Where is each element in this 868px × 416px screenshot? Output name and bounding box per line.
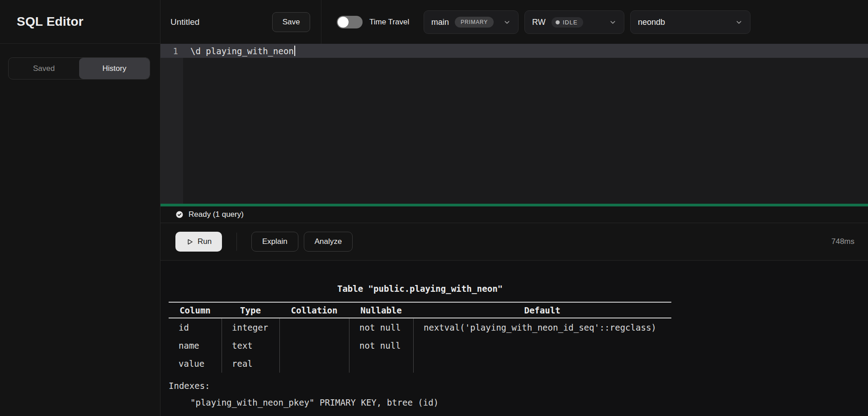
table-cell — [279, 337, 349, 355]
run-button-label: Run — [198, 237, 212, 246]
line-number: 1 — [160, 46, 183, 56]
explain-button[interactable]: Explain — [251, 232, 298, 252]
time-travel-label: Time Travel — [369, 0, 409, 44]
branch-name: main — [431, 18, 449, 27]
table-cell: value — [169, 355, 222, 373]
table-cell: text — [222, 337, 279, 355]
table-cell: not null — [349, 337, 413, 355]
column-header: Collation — [279, 305, 349, 315]
check-circle-icon — [175, 210, 184, 219]
toggle-knob-icon — [338, 17, 349, 28]
psql-output: Table "public.playing_with_neon" Column … — [169, 261, 671, 408]
compute-dropdown[interactable]: RW IDLE — [524, 10, 624, 34]
page-title: SQL Editor — [17, 14, 84, 29]
table-cell — [413, 337, 671, 355]
run-button[interactable]: Run — [175, 232, 222, 252]
table-cell: nextval('playing_with_neon_id_seq'::regc… — [413, 318, 671, 337]
compute-status-badge: IDLE — [552, 17, 583, 28]
code-editor[interactable]: 1 \d playing_with_neon — [160, 44, 868, 204]
column-header: Column — [169, 305, 222, 315]
analyze-button[interactable]: Analyze — [304, 232, 353, 252]
status-dot-icon — [556, 20, 560, 24]
chevron-down-icon — [735, 19, 743, 26]
table-cell: name — [169, 337, 222, 355]
table-cell: id — [169, 318, 222, 337]
branch-dropdown[interactable]: main PRIMARY — [424, 10, 519, 34]
column-header: Default — [413, 305, 671, 315]
header-divider — [321, 0, 321, 44]
compute-mode: RW — [532, 18, 546, 27]
column-header: Type — [222, 305, 279, 315]
table-cell: real — [222, 355, 279, 373]
table-cell: not null — [349, 318, 413, 337]
text-cursor — [294, 46, 295, 56]
compute-status-text: IDLE — [563, 19, 578, 26]
results-header-row: Column Type Collation Nullable Default — [169, 302, 671, 318]
column-header: Nullable — [349, 305, 413, 315]
tab-saved[interactable]: Saved — [9, 58, 79, 79]
index-definition: "playing_with_neon_pkey" PRIMARY KEY, bt… — [169, 397, 671, 408]
editor-header: Untitled Save Time Travel main PRIMARY R… — [160, 0, 868, 44]
status-message: Ready (1 query) — [189, 210, 244, 219]
table-cell — [349, 355, 413, 373]
time-travel-toggle[interactable] — [337, 16, 363, 28]
table-cell: integer — [222, 318, 279, 337]
chevron-down-icon — [503, 19, 511, 26]
sql-editor-app: SQL Editor Saved History Untitled Save T… — [0, 0, 868, 416]
results-table: id integer not null nextval('playing_wit… — [169, 318, 671, 373]
results-panel: Table "public.playing_with_neon" Column … — [160, 261, 868, 416]
database-dropdown[interactable]: neondb — [630, 10, 750, 34]
sidebar-header: SQL Editor — [0, 0, 160, 44]
save-button[interactable]: Save — [272, 12, 310, 32]
primary-badge: PRIMARY — [455, 17, 494, 28]
indexes-label: Indexes: — [169, 380, 671, 391]
table-cell — [413, 355, 671, 373]
query-duration: 748ms — [831, 237, 854, 246]
query-title: Untitled — [170, 0, 199, 44]
line-number-gutter — [160, 44, 183, 204]
results-table-title: Table "public.playing_with_neon" — [169, 283, 671, 294]
toolbar-divider — [236, 233, 237, 251]
table-cell — [279, 355, 349, 373]
editor-line[interactable]: 1 \d playing_with_neon — [160, 44, 868, 58]
chevron-down-icon — [609, 19, 617, 26]
status-bar: Ready (1 query) — [160, 206, 868, 223]
code-text: \d playing_with_neon — [183, 46, 294, 56]
query-toolbar: Run Explain Analyze 748ms — [160, 223, 868, 261]
play-icon — [186, 238, 193, 246]
tab-history[interactable]: History — [79, 58, 150, 79]
sidebar: SQL Editor Saved History — [0, 0, 160, 416]
table-cell — [279, 318, 349, 337]
database-name: neondb — [638, 18, 665, 27]
main-panel: Untitled Save Time Travel main PRIMARY R… — [160, 0, 868, 416]
saved-history-tabs: Saved History — [8, 57, 150, 79]
